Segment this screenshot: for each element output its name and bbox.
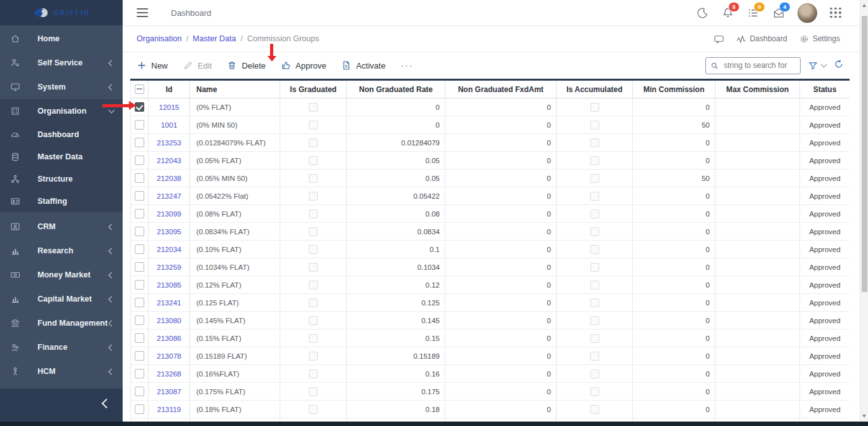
- id-link[interactable]: 213085: [157, 281, 181, 289]
- id-link[interactable]: 212038: [157, 175, 181, 182]
- row-checkbox[interactable]: [135, 280, 144, 290]
- id-link[interactable]: 213087: [157, 388, 181, 396]
- sidebar-item-finance[interactable]: Finance: [0, 335, 123, 359]
- row-checkbox[interactable]: [135, 209, 144, 218]
- id-link[interactable]: 212034: [157, 246, 181, 253]
- feedback-comment-icon[interactable]: [714, 34, 724, 44]
- column-header-name[interactable]: Name: [190, 80, 280, 98]
- is-graduated-cell: [280, 152, 347, 170]
- name-cell: (0.12% FLAT): [190, 276, 280, 294]
- approve-button[interactable]: Approve: [281, 60, 326, 70]
- column-header-is-accumulated[interactable]: Is Accumulated: [557, 80, 633, 98]
- row-checkbox[interactable]: [135, 387, 144, 396]
- sidebar-item-self-service[interactable]: Self Service: [0, 51, 123, 75]
- sidebar-item-fund-management[interactable]: Fund Management: [0, 311, 123, 335]
- id-link[interactable]: 213099: [157, 210, 181, 218]
- row-checkbox[interactable]: [135, 404, 144, 414]
- row-checkbox[interactable]: [135, 138, 144, 147]
- activate-button[interactable]: Activate: [341, 60, 385, 70]
- id-link[interactable]: 213080: [157, 317, 181, 324]
- notifications-bell-icon[interactable]: 5: [721, 6, 734, 19]
- more-actions-button[interactable]: ···: [401, 60, 414, 70]
- edit-button[interactable]: Edit: [183, 60, 212, 70]
- id-link[interactable]: 213247: [157, 192, 181, 200]
- row-checkbox[interactable]: [135, 102, 144, 112]
- scrollbar-down-arrow[interactable]: [862, 415, 866, 418]
- row-checkbox[interactable]: [135, 262, 144, 272]
- column-header-id[interactable]: Id: [149, 80, 190, 98]
- column-header-non-graduated-rate[interactable]: Non Graduated Rate: [347, 80, 445, 98]
- sidebar-collapse-icon[interactable]: [102, 399, 112, 409]
- column-header-non-graduated-fxdamt[interactable]: Non Graduated FxdAmt: [445, 80, 557, 98]
- dashboard-link[interactable]: Dashboard: [736, 34, 787, 44]
- messages-mail-icon[interactable]: 4: [772, 6, 785, 19]
- row-checkbox[interactable]: [135, 369, 144, 378]
- delete-button[interactable]: Delete: [227, 60, 266, 70]
- hamburger-menu-icon[interactable]: [137, 8, 148, 17]
- sidebar-item-label: Organisation: [37, 107, 86, 116]
- sidebar-item-staffing[interactable]: Staffing: [0, 190, 123, 212]
- sidebar-item-crm[interactable]: CRM: [0, 215, 123, 239]
- sidebar-item-system[interactable]: System: [0, 75, 123, 99]
- apps-grid-icon[interactable]: [830, 8, 841, 18]
- filter-button[interactable]: [808, 61, 826, 70]
- tasks-list-icon[interactable]: 0: [747, 6, 759, 19]
- breadcrumb-master-data[interactable]: Master Data: [193, 34, 236, 43]
- id-cell: 212043: [149, 152, 190, 170]
- row-checkbox[interactable]: [135, 120, 144, 130]
- is-graduated-cell: [280, 312, 347, 329]
- id-link[interactable]: 213119: [157, 406, 181, 413]
- min-commission-cell: 0: [633, 401, 715, 418]
- id-link[interactable]: 213086: [157, 335, 181, 342]
- sidebar-item-master-data[interactable]: Master Data: [0, 145, 123, 168]
- id-link[interactable]: 213253: [157, 139, 181, 147]
- row-checkbox[interactable]: [135, 316, 144, 325]
- is-graduated-cell: [280, 205, 347, 223]
- delete-button-label: Delete: [241, 61, 266, 70]
- sidebar-item-structure[interactable]: Structure: [0, 168, 123, 190]
- id-link[interactable]: 213268: [157, 370, 181, 378]
- row-checkbox[interactable]: [135, 173, 144, 183]
- sidebar-item-money-market[interactable]: Money Market: [0, 263, 123, 287]
- scrollbar-up-arrow[interactable]: [862, 4, 866, 7]
- min-commission-cell: 0: [633, 223, 715, 241]
- sidebar-item-dashboard[interactable]: Dashboard: [0, 123, 123, 145]
- table-row: 213268(0.16%FLAT)0.1600Approved: [131, 365, 850, 383]
- app-window: GRIFFIN HomeSelf ServiceSystem Organisat…: [0, 0, 868, 426]
- sidebar-item-hcm[interactable]: HCM: [0, 359, 123, 383]
- id-link[interactable]: 213095: [157, 228, 181, 236]
- id-link[interactable]: 212043: [157, 157, 181, 164]
- id-link[interactable]: 213078: [157, 352, 181, 360]
- brand-logo[interactable]: GRIFFIN: [0, 0, 123, 25]
- row-checkbox[interactable]: [135, 227, 144, 236]
- settings-link[interactable]: Settings: [799, 34, 840, 44]
- sidebar-item-home[interactable]: Home: [0, 27, 123, 51]
- min-commission-cell: 0: [633, 365, 715, 383]
- row-checkbox[interactable]: [135, 156, 144, 165]
- refresh-button[interactable]: [834, 59, 844, 72]
- column-header-min-commission[interactable]: Min Commission: [633, 80, 715, 98]
- id-link[interactable]: 213259: [157, 263, 181, 271]
- column-header-status[interactable]: Status: [800, 80, 850, 98]
- row-checkbox[interactable]: [135, 351, 144, 361]
- dark-mode-moon-icon[interactable]: [696, 6, 709, 19]
- sidebar-item-research[interactable]: Research: [0, 239, 123, 263]
- breadcrumb-organisation[interactable]: Organisation: [137, 34, 182, 43]
- sidebar-item-organisation[interactable]: Organisation: [0, 99, 123, 123]
- user-avatar[interactable]: [797, 3, 817, 23]
- select-all-checkbox[interactable]: [135, 84, 144, 94]
- row-checkbox[interactable]: [135, 244, 144, 254]
- new-button[interactable]: New: [137, 60, 168, 70]
- id-link[interactable]: 1001: [161, 121, 177, 129]
- search-input[interactable]: [722, 60, 796, 70]
- is-accumulated-checkbox: [590, 138, 599, 147]
- id-link[interactable]: 12015: [159, 103, 179, 111]
- row-checkbox[interactable]: [135, 191, 144, 201]
- sidebar-item-capital-market[interactable]: Capital Market: [0, 287, 123, 311]
- scrollbar-thumb[interactable]: [862, 16, 867, 292]
- column-header-is-graduated[interactable]: Is Graduated: [280, 80, 347, 98]
- column-header-max-commission[interactable]: Max Commission: [715, 80, 800, 98]
- row-checkbox[interactable]: [135, 333, 144, 343]
- id-link[interactable]: 213241: [157, 299, 181, 307]
- row-checkbox[interactable]: [135, 298, 144, 307]
